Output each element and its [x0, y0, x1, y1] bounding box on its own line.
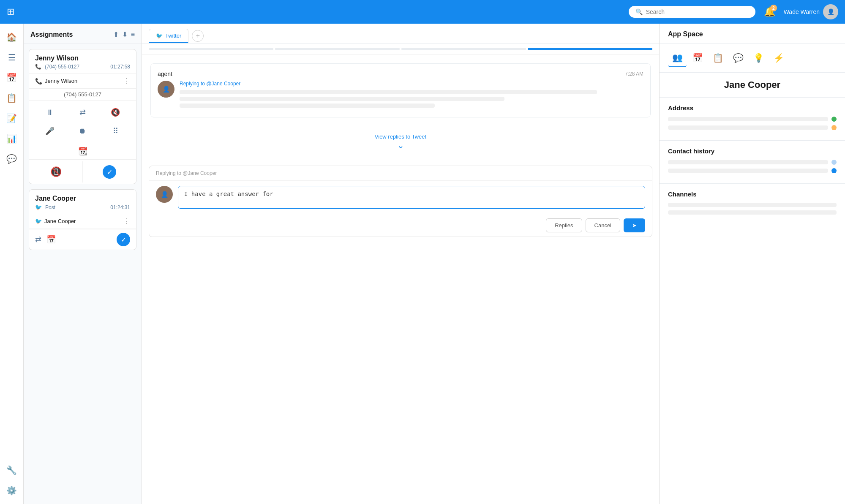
- contact-history-title: Contact history: [668, 147, 837, 155]
- skeleton-3: [180, 104, 435, 108]
- view-replies-link[interactable]: View replies to Tweet: [375, 133, 426, 140]
- app-space-icons: 👥 📅 📋 💬 💡 ⚡: [660, 44, 845, 73]
- jane-meta: 🐦 Post 01:24:31: [35, 204, 130, 210]
- jane-calendar-button[interactable]: 📅: [46, 235, 56, 244]
- assignments-panel: Assignments ⬆ ⬇ ≡ Jenny Wilson 📞 (704) 5…: [24, 24, 142, 504]
- jane-channel: Post: [45, 204, 55, 210]
- send-button[interactable]: ➤: [624, 218, 645, 232]
- address-skel-1: [668, 117, 828, 121]
- reply-to-label: Replying to @Jane Cooper: [180, 81, 643, 87]
- message-card: agent 7:28 AM 👤 Replying to @Jane Cooper: [150, 63, 651, 117]
- jenny-phone-icon: 📞: [35, 78, 42, 84]
- address-dot-green: [831, 117, 837, 122]
- end-call-button[interactable]: 📵: [29, 161, 83, 183]
- sidebar-item-clipboard[interactable]: 📝: [3, 110, 20, 127]
- accept-icon: ✓: [103, 165, 116, 179]
- history-dot-light: [831, 160, 837, 165]
- jenny-menu-dots[interactable]: ⋮: [123, 77, 130, 85]
- tabs-bar: 🐦 Twitter +: [142, 24, 659, 44]
- replies-button[interactable]: Replies: [546, 218, 582, 232]
- jenny-phone: (704) 555-0127: [45, 64, 79, 70]
- jane-transfer-button[interactable]: ⇄: [35, 235, 41, 244]
- reply-avatar: 👤: [156, 186, 173, 203]
- message-agent-label: agent: [158, 71, 172, 77]
- sidebar-item-calendar[interactable]: 📅: [3, 69, 20, 86]
- sidebar-item-cpu[interactable]: 🔧: [3, 462, 20, 479]
- sidebar-item-chat[interactable]: 💬: [3, 150, 20, 167]
- download-icon[interactable]: ⬇: [122, 30, 128, 38]
- app-icon-bolt[interactable]: ⚡: [769, 49, 788, 67]
- tab-twitter[interactable]: 🐦 Twitter: [149, 29, 188, 43]
- channels-section: Channels: [660, 184, 845, 225]
- jenny-header: Jenny Wilson 📞 (704) 555-0127 01:27:58: [29, 49, 136, 74]
- search-input[interactable]: [646, 8, 749, 15]
- app-icon-idea[interactable]: 💡: [749, 49, 768, 67]
- transfer-button[interactable]: ⇄: [68, 105, 98, 120]
- notification-bell[interactable]: 🔔 2: [764, 6, 775, 17]
- progress-dot-2: [275, 48, 400, 50]
- sidebar-item-list[interactable]: ☰: [3, 49, 20, 66]
- app-icon-calendar[interactable]: 📅: [688, 49, 707, 67]
- jane-accept-button[interactable]: ✓: [117, 233, 130, 246]
- assignments-title: Assignments: [30, 31, 110, 38]
- sidebar-item-settings[interactable]: ⚙️: [3, 482, 20, 499]
- progress-dot-4: [528, 48, 652, 50]
- reply-actions: Replies Cancel ➤: [149, 214, 652, 237]
- address-row-2: [668, 125, 837, 130]
- accept-button[interactable]: ✓: [83, 160, 136, 184]
- sidebar-item-chart[interactable]: 📊: [3, 130, 20, 147]
- jane-sub-item: 🐦 Jane Cooper ⋮: [29, 214, 136, 229]
- sidebar-item-notes[interactable]: 📋: [3, 90, 20, 106]
- app-icon-contacts[interactable]: 👥: [668, 49, 687, 67]
- filter-icon[interactable]: ≡: [131, 31, 135, 38]
- app-icon-chat[interactable]: 💬: [729, 49, 747, 67]
- search-icon: 🔍: [635, 8, 643, 15]
- end-call-icon: 📵: [50, 166, 62, 177]
- mute-sound-button[interactable]: 🔇: [101, 105, 130, 120]
- history-dot-blue: [831, 168, 837, 173]
- address-title: Address: [668, 104, 837, 112]
- jane-controls: ⇄ 📅 ✓: [29, 229, 136, 250]
- jenny-phone-number: (704) 555-0127: [29, 89, 136, 101]
- jane-timer: 01:24:31: [110, 204, 130, 210]
- pause-button[interactable]: ⏸: [35, 105, 65, 120]
- call-controls: ⏸ ⇄ 🔇 🎤 ⏺ ⠿: [29, 101, 136, 143]
- message-body: 👤 Replying to @Jane Cooper: [158, 81, 643, 110]
- history-skel-1: [668, 160, 828, 164]
- jenny-sub-name: 📞 Jenny Wilson: [35, 78, 77, 84]
- channels-row-1: [668, 203, 837, 207]
- main-content: 🐦 Twitter + agent 7:28 AM 👤 Re: [142, 24, 659, 504]
- message-area: agent 7:28 AM 👤 Replying to @Jane Cooper…: [142, 55, 659, 166]
- mic-off-button[interactable]: 🎤: [35, 123, 65, 139]
- user-menu[interactable]: Wade Warren 👤: [784, 4, 838, 19]
- history-row-2: [668, 168, 837, 173]
- address-section: Address: [660, 98, 845, 141]
- user-name: Wade Warren: [784, 8, 820, 15]
- app-icon-notes[interactable]: 📋: [709, 49, 727, 67]
- grid-menu-icon[interactable]: ⊞: [7, 6, 14, 17]
- search-bar: 🔍: [629, 6, 755, 18]
- top-nav: ⊞ 🔍 🔔 2 Wade Warren 👤: [0, 0, 845, 24]
- twitter-tab-label: Twitter: [165, 33, 181, 39]
- jane-menu-dots[interactable]: ⋮: [123, 217, 130, 225]
- record-button[interactable]: ⏺: [68, 123, 98, 139]
- phone-icon: 📞: [35, 64, 41, 70]
- jane-twitter-icon: 🐦: [35, 204, 42, 210]
- keypad-button[interactable]: ⠿: [101, 123, 130, 139]
- jane-sub-twitter-icon: 🐦: [35, 218, 42, 224]
- reply-content: 👤: [149, 181, 652, 214]
- sidebar-item-home[interactable]: 🏠: [3, 29, 20, 46]
- jane-sub-name: 🐦 Jane Cooper: [35, 218, 76, 224]
- cancel-button[interactable]: Cancel: [586, 218, 620, 232]
- add-tab-button[interactable]: +: [192, 30, 204, 42]
- contact-card-jenny: Jenny Wilson 📞 (704) 555-0127 01:27:58 📞…: [29, 49, 136, 184]
- jenny-actions: 📵 ✓: [29, 160, 136, 184]
- schedule-button[interactable]: 📆: [29, 143, 136, 160]
- message-header: agent 7:28 AM: [158, 71, 643, 77]
- progress-dot-3: [401, 48, 526, 50]
- reply-input[interactable]: [178, 186, 645, 209]
- twitter-tab-icon: 🐦: [156, 33, 163, 39]
- upload-icon[interactable]: ⬆: [113, 30, 119, 38]
- left-sidebar: 🏠 ☰ 📅 📋 📝 📊 💬 🔧 ⚙️: [0, 24, 24, 504]
- contact-profile: Jane Cooper: [660, 73, 845, 98]
